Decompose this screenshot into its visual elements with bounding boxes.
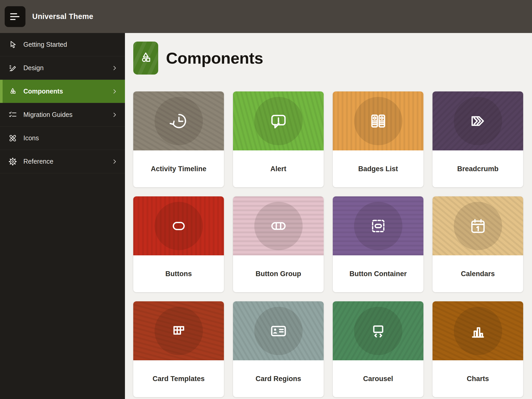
card-label: Badges List [333,150,423,187]
component-card-card-regions[interactable]: Card Regions [233,301,324,397]
card-label: Buttons [133,255,224,292]
component-card-buttons[interactable]: Buttons [133,196,224,292]
card-artwork [133,196,224,255]
card-artwork [333,196,423,255]
sidebar-item-design[interactable]: Design [0,56,125,80]
sidebar-item-label: Reference [23,158,53,165]
carousel-icon [367,320,389,342]
card-label: Button Group [233,255,324,292]
cursor-icon [8,40,18,50]
card-label: Charts [433,360,523,397]
shapes-icon [8,87,18,96]
chevron-right-icon [111,65,118,71]
card-artwork [433,196,523,255]
crossed-tools-icon [8,133,18,143]
sidebar-item-migration-guides[interactable]: Migration Guides [0,103,125,127]
component-card-alert[interactable]: Alert [233,91,324,187]
card-label: Button Container [333,255,423,292]
component-card-card-templates[interactable]: Card Templates [133,301,224,397]
component-card-carousel[interactable]: Carousel [333,301,423,397]
sidebar-item-components[interactable]: Components [0,80,125,103]
sidebar-item-reference[interactable]: Reference [0,150,125,173]
sidebar-item-getting-started[interactable]: Getting Started [0,33,125,56]
pencil-edit-icon [8,63,18,73]
button-pill-icon [168,215,190,237]
history-clock-icon [168,110,190,132]
component-card-activity-timeline[interactable]: Activity Timeline [133,91,224,187]
app-title: Universal Theme [32,12,93,21]
hamburger-menu-button[interactable] [5,6,25,27]
breadcrumb-chevrons-icon [467,110,489,132]
card-artwork [333,301,423,360]
card-artwork [133,91,224,150]
top-app-bar: Universal Theme [0,0,532,33]
sidebar-item-icons[interactable]: Icons [0,127,125,150]
checklist-icon [8,110,18,120]
gear-icon [8,157,18,167]
card-label: Card Templates [133,360,224,397]
grid-layout-icon [168,320,190,342]
card-artwork [233,196,324,255]
card-label: Alert [233,150,324,187]
component-card-badges-list[interactable]: Badges List [333,91,423,187]
bar-chart-icon [467,320,489,342]
chevron-right-icon [111,158,118,165]
chevron-right-icon [111,88,118,95]
component-card-breadcrumb[interactable]: Breadcrumb [433,91,523,187]
button-group-icon [267,215,290,237]
page-icon-tile [133,42,158,75]
card-artwork [433,301,523,360]
button-container-icon [367,215,389,237]
component-card-charts[interactable]: Charts [433,301,523,397]
main-content: Components Activity TimelineAlertBadges … [125,33,532,399]
card-artwork [233,301,324,360]
card-artwork [433,91,523,150]
card-label: Carousel [333,360,423,397]
sidebar-item-label: Getting Started [23,41,67,48]
card-label: Calendars [433,255,523,292]
page-header: Components [133,42,523,75]
component-card-grid: Activity TimelineAlertBadges ListBreadcr… [133,91,523,397]
chevron-right-icon [111,112,118,118]
component-card-button-container[interactable]: Button Container [333,196,423,292]
page-title: Components [166,49,263,67]
card-artwork [133,301,224,360]
sidebar-nav: Getting StartedDesignComponentsMigration… [0,33,125,399]
sidebar-item-label: Migration Guides [23,111,72,118]
card-artwork [333,91,423,150]
shapes-icon [138,50,154,66]
card-label: Card Regions [233,360,324,397]
component-card-button-group[interactable]: Button Group [233,196,324,292]
badges-icon [367,110,389,132]
hamburger-icon [10,13,17,14]
alert-bubble-icon [267,110,290,132]
calendar-icon [467,215,489,237]
component-card-calendars[interactable]: Calendars [433,196,523,292]
sidebar-item-label: Design [23,64,44,72]
sidebar-item-label: Components [23,88,63,95]
card-label: Activity Timeline [133,150,224,187]
id-card-icon [267,320,290,342]
sidebar-item-label: Icons [23,134,39,142]
card-label: Breadcrumb [433,150,523,187]
card-artwork [233,91,324,150]
